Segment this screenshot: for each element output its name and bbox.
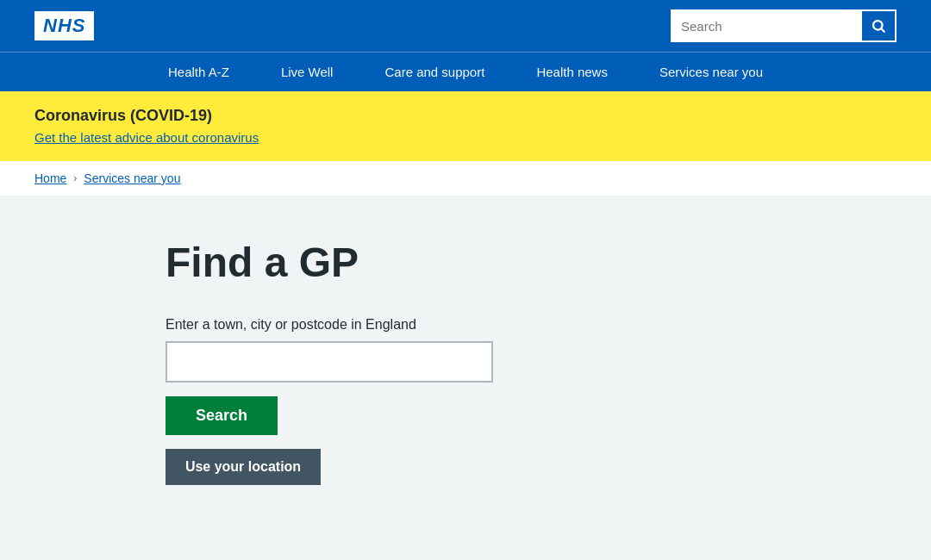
search-button[interactable]: Search <box>166 396 278 435</box>
main-content: Find a GP Enter a town, city or postcode… <box>0 196 931 537</box>
nav-item-live-well[interactable]: Live Well <box>255 53 359 91</box>
breadcrumb: Home › Services near you <box>0 161 931 196</box>
header-search-input[interactable] <box>671 9 860 42</box>
nhs-logo: NHS <box>34 11 94 40</box>
covid-banner-title: Coronavirus (COVID-19) <box>34 107 897 125</box>
covid-banner: Coronavirus (COVID-19) Get the latest ad… <box>0 91 931 161</box>
page-title: Find a GP <box>166 239 897 286</box>
header-search-container <box>671 9 897 42</box>
site-header: NHS <box>0 0 931 52</box>
breadcrumb-current[interactable]: Services near you <box>84 171 180 185</box>
breadcrumb-chevron: › <box>73 172 77 184</box>
use-location-button[interactable]: Use your location <box>166 449 321 485</box>
nav-item-health-az[interactable]: Health A-Z <box>142 53 255 91</box>
nav-item-services-near-you[interactable]: Services near you <box>634 53 789 91</box>
svg-line-1 <box>881 28 884 31</box>
location-search-input[interactable] <box>166 341 493 383</box>
nav-item-health-news[interactable]: Health news <box>510 53 634 91</box>
header-search-button[interactable] <box>860 9 897 42</box>
main-nav: Health A-Z Live Well Care and support He… <box>0 52 931 91</box>
search-icon <box>871 18 886 34</box>
location-field-label: Enter a town, city or postcode in Englan… <box>166 317 897 333</box>
breadcrumb-home[interactable]: Home <box>34 171 66 185</box>
covid-banner-link[interactable]: Get the latest advice about coronavirus <box>34 130 259 145</box>
nav-item-care-support[interactable]: Care and support <box>359 53 510 91</box>
